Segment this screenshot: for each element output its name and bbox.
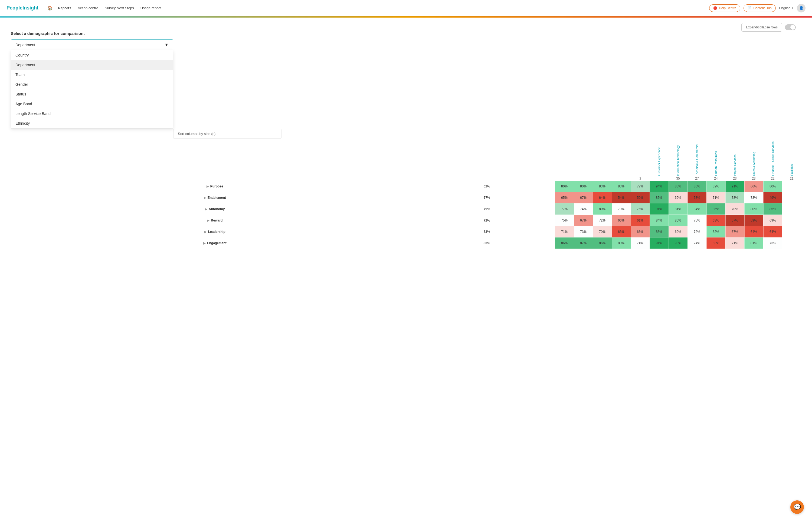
data-cell: 76% <box>631 203 650 215</box>
data-cell: 72% <box>593 215 612 226</box>
dropdown-option-team[interactable]: Team <box>11 70 173 80</box>
col-header-4: Project Services <box>726 141 744 177</box>
row-score-3: 72% <box>419 215 555 226</box>
dropdown-option-country[interactable]: Country <box>11 50 173 60</box>
col-header-1: Information Technology <box>669 141 688 177</box>
size-row-label <box>11 177 419 181</box>
data-cell: 85% <box>763 203 782 215</box>
expand-row-icon[interactable]: ▶ <box>207 185 209 188</box>
data-cell: 59% <box>744 215 763 226</box>
logo-text2: Insight <box>22 5 38 11</box>
language-selector[interactable]: English + <box>779 6 794 10</box>
data-cell: 88% <box>650 226 669 238</box>
data-cell: 77% <box>631 181 650 192</box>
dropdown-value: Department <box>15 43 35 47</box>
dropdown-option-department[interactable]: Department <box>11 60 173 70</box>
header: PeopleInsight 🏠 Reports Action centre Su… <box>0 0 812 16</box>
user-avatar[interactable]: 👤 <box>797 4 806 13</box>
size-extra5: 3 <box>631 177 650 181</box>
dropdown-selected[interactable]: Department ▼ <box>11 39 173 50</box>
data-cell: 94% <box>650 181 669 192</box>
content-icon: 📄 <box>748 6 752 10</box>
table-row: ▶Engagement83%86%87%86%83%74%91%90%74%63… <box>11 238 801 249</box>
col-header-2: Technical & Commercial <box>688 141 707 177</box>
data-cell: 67% <box>574 192 593 203</box>
data-cell: 80% <box>744 203 763 215</box>
col-header-extra2 <box>574 141 593 177</box>
data-cell: 80% <box>763 181 782 192</box>
data-cell: 73% <box>574 226 593 238</box>
data-cell: 57% <box>726 215 744 226</box>
size-extra1 <box>555 177 574 181</box>
chat-button[interactable]: 💬 <box>790 500 804 514</box>
table-row: ▶Reward72%75%67%72%66%61%84%80%75%63%57%… <box>11 215 801 226</box>
row-score-5: 83% <box>419 238 555 249</box>
nav-reports[interactable]: Reports <box>58 5 71 11</box>
main-nav: Reports Action centre Survey Next Steps … <box>58 5 709 11</box>
data-cell: 66% <box>744 181 763 192</box>
col-header-5: Sales & Marketing <box>744 141 763 177</box>
home-icon[interactable]: 🏠 <box>47 5 53 11</box>
dropdown-option-status[interactable]: Status <box>11 89 173 99</box>
data-cell: 82% <box>707 181 726 192</box>
data-cell: 69% <box>669 192 688 203</box>
data-cell: 71% <box>726 238 744 249</box>
nav-usage-report[interactable]: Usage report <box>140 5 161 11</box>
dropdown-option-gender[interactable]: Gender <box>11 80 173 89</box>
dropdown-option-age-band[interactable]: Age Band <box>11 99 173 109</box>
data-cell: 91% <box>726 181 744 192</box>
size-5: 23 <box>744 177 763 181</box>
data-cell: 80% <box>669 215 688 226</box>
expand-toggle[interactable] <box>785 24 796 30</box>
nav-action-centre[interactable]: Action centre <box>78 5 98 11</box>
row-label-2: ▶Autonomy <box>11 203 419 215</box>
data-cell: 71% <box>707 192 726 203</box>
row-label-4: ▶Leadership <box>11 226 419 238</box>
col-header-extra4 <box>612 141 631 177</box>
sort-bar[interactable]: Sort columns by size (n) <box>173 129 282 139</box>
dropdown-menu: Country Department Team Gender Status Ag… <box>11 50 173 128</box>
help-centre-button[interactable]: 🔴 Help Centre <box>709 4 740 12</box>
table-row: ▶Purpose62%80%80%83%83%77%94%88%86%82%91… <box>11 181 801 192</box>
dropdown-option-length-service[interactable]: Length Service Band <box>11 109 173 118</box>
row-label-0: ▶Purpose <box>11 181 419 192</box>
dropdown-option-ethnicity[interactable]: Ethnicity <box>11 118 173 128</box>
data-cell: 58% <box>688 192 707 203</box>
expand-collapse-button[interactable]: Expand/collapse rows <box>741 23 782 32</box>
row-score-1: 67% <box>419 192 555 203</box>
data-cell: 85% <box>650 192 669 203</box>
expand-row-icon[interactable]: ▶ <box>205 207 207 211</box>
data-cell: 65% <box>555 192 574 203</box>
col-header-0: Customer Experience <box>650 141 669 177</box>
data-cell: 73% <box>763 238 782 249</box>
col-header-3: Human Resources <box>707 141 726 177</box>
size-3: 24 <box>707 177 726 181</box>
data-cell: 80% <box>574 181 593 192</box>
data-cell: 77% <box>555 203 574 215</box>
expand-collapse-area: Expand/collapse rows <box>741 23 796 32</box>
data-cell: 64% <box>744 226 763 238</box>
expand-row-icon[interactable]: ▶ <box>204 196 206 199</box>
data-cell: 74% <box>574 203 593 215</box>
data-cell: 63% <box>707 215 726 226</box>
size-extra2 <box>574 177 593 181</box>
expand-row-icon[interactable]: ▶ <box>203 242 206 245</box>
expand-row-icon[interactable]: ▶ <box>207 219 209 222</box>
data-cell: 83% <box>612 238 631 249</box>
data-cell: 49% <box>763 192 782 203</box>
data-cell: 73% <box>612 203 631 215</box>
data-cell: 81% <box>669 203 688 215</box>
heatmap-table: Customer Experience Information Technolo… <box>11 141 801 249</box>
demographic-dropdown: Department ▼ Country Department Team Gen… <box>11 39 173 50</box>
nav-survey-next-steps[interactable]: Survey Next Steps <box>105 5 134 11</box>
col-header-7: Facilities <box>782 141 801 177</box>
col-header-6: Finance – Group Services <box>763 141 782 177</box>
logo[interactable]: PeopleInsight <box>6 5 38 11</box>
size-extra4 <box>612 177 631 181</box>
expand-row-icon[interactable]: ▶ <box>204 230 207 234</box>
data-cell: 91% <box>650 238 669 249</box>
content-hub-button[interactable]: 📄 Content Hub <box>743 4 775 12</box>
row-label-5: ▶Engagement <box>11 238 419 249</box>
size-2: 27 <box>688 177 707 181</box>
row-label-3: ▶Reward <box>11 215 419 226</box>
